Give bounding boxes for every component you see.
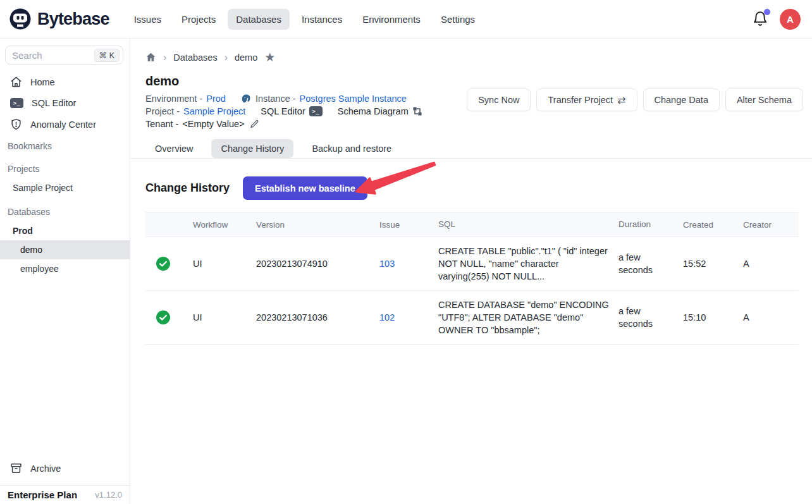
tab-bar: Overview Change History Backup and resto… <box>145 139 797 158</box>
sidebar-item-label: Home <box>30 77 55 87</box>
chevron-right-icon: › <box>225 52 228 63</box>
cell-creator: A <box>743 237 799 291</box>
schema-diagram-link[interactable]: Schema Diagram <box>338 106 409 116</box>
nav-item-issues[interactable]: Issues <box>126 9 169 30</box>
project-label: Project - <box>145 106 180 116</box>
breadcrumb-demo[interactable]: demo <box>235 52 257 63</box>
cell-creator: A <box>743 291 799 345</box>
main-content: › Databases › demo ★ demo Environment - … <box>130 39 812 504</box>
primary-nav: Issues Projects Databases Instances Envi… <box>126 9 483 30</box>
header-sql: SQL <box>438 212 618 237</box>
nav-item-settings[interactable]: Settings <box>433 9 483 30</box>
header-creator: Creator <box>743 212 799 237</box>
tenant-label: Tenant - <box>145 119 178 129</box>
bytebase-logo-icon <box>9 8 32 30</box>
change-data-button[interactable]: Change Data <box>643 89 720 111</box>
nav-item-environments[interactable]: Environments <box>354 9 429 30</box>
table-row[interactable]: UI 20230213071036 102 CREATE DATABASE "d… <box>145 291 799 345</box>
cell-status <box>145 291 193 345</box>
environment-link[interactable]: Prod <box>206 94 226 104</box>
breadcrumb: › Databases › demo ★ <box>130 39 812 63</box>
cell-sql: CREATE DATABASE "demo" ENCODING "UTF8"; … <box>438 291 618 345</box>
button-label: Sync Now <box>478 95 519 105</box>
nav-item-instances[interactable]: Instances <box>293 9 350 30</box>
sidebar-item-sql-editor[interactable]: >_ SQL Editor <box>0 93 130 113</box>
button-label: Change Data <box>655 95 708 105</box>
breadcrumb-databases[interactable]: Databases <box>173 52 217 63</box>
nav-item-projects[interactable]: Projects <box>173 9 224 30</box>
header-workflow: Workflow <box>193 212 256 237</box>
cell-duration: a few seconds <box>618 237 683 291</box>
tab-change-history[interactable]: Change History <box>211 139 293 158</box>
sidebar-item-label: Anomaly Center <box>30 120 96 130</box>
issue-link[interactable]: 103 <box>379 259 395 269</box>
home-icon <box>10 76 22 88</box>
sidebar-item-label: SQL Editor <box>32 98 76 108</box>
sql-editor-link[interactable]: SQL Editor <box>261 106 305 116</box>
table-header-row: Workflow Version Issue SQL Duration Crea… <box>145 212 799 237</box>
header-duration: Duration <box>618 212 683 237</box>
environment-label: Environment - <box>145 94 202 104</box>
tab-divider <box>130 158 812 159</box>
header-version: Version <box>256 212 379 237</box>
schema-diagram-icon[interactable] <box>412 106 422 116</box>
issue-link[interactable]: 102 <box>379 312 395 323</box>
search-placeholder: Search <box>12 50 94 61</box>
sidebar-item-sample-project[interactable]: Sample Project <box>0 178 130 197</box>
search-shortcut-badge: ⌘ K <box>94 49 120 62</box>
tab-overview[interactable]: Overview <box>145 139 202 158</box>
bytebase-logo[interactable]: Bytebase <box>9 8 109 30</box>
cell-issue: 103 <box>379 237 438 291</box>
search-input[interactable]: Search ⌘ K <box>5 46 123 65</box>
success-check-icon <box>156 310 187 324</box>
notification-bell-icon[interactable] <box>752 11 768 27</box>
transfer-arrows-icon: ⇄ <box>617 94 625 106</box>
cell-workflow: UI <box>193 237 256 291</box>
sidebar-group-prod[interactable]: Prod <box>0 221 130 240</box>
sidebar-item-archive[interactable]: Archive <box>0 457 130 479</box>
nav-item-databases[interactable]: Databases <box>228 9 290 30</box>
change-history-table: Workflow Version Issue SQL Duration Crea… <box>145 212 799 345</box>
instance-link[interactable]: Postgres Sample Instance <box>300 94 407 104</box>
edit-pencil-icon[interactable] <box>250 120 259 129</box>
sync-now-button[interactable]: Sync Now <box>467 89 531 111</box>
postgres-icon <box>241 94 252 104</box>
chevron-right-icon: › <box>163 52 166 63</box>
cell-version: 20230213074910 <box>256 237 379 291</box>
section-title: Change History <box>145 181 230 195</box>
plan-name: Enterprise Plan <box>8 489 77 500</box>
sidebar-item-anomaly-center[interactable]: Anomaly Center <box>0 113 130 135</box>
sidebar-section-databases: Databases <box>0 201 130 221</box>
archive-icon <box>10 462 22 474</box>
project-link[interactable]: Sample Project <box>183 106 245 116</box>
header-issue: Issue <box>379 212 438 237</box>
success-check-icon <box>156 257 187 271</box>
tab-backup-and-restore[interactable]: Backup and restore <box>302 139 401 158</box>
cell-status <box>145 237 193 291</box>
sidebar-item-db-employee[interactable]: employee <box>0 259 130 278</box>
table-row[interactable]: UI 20230213074910 103 CREATE TABLE "publ… <box>145 237 799 291</box>
cell-workflow: UI <box>193 291 256 345</box>
cell-created: 15:10 <box>683 291 743 345</box>
action-buttons: Sync Now Transfer Project ⇄ Change Data … <box>467 89 803 111</box>
establish-new-baseline-button[interactable]: Establish new baseline <box>243 176 367 200</box>
terminal-icon: >_ <box>10 98 23 108</box>
terminal-icon[interactable]: >_ <box>309 106 323 116</box>
sidebar-section-projects: Projects <box>0 158 130 178</box>
alter-schema-button[interactable]: Alter Schema <box>725 89 803 111</box>
button-label: Transfer Project <box>548 95 613 105</box>
cell-duration: a few seconds <box>618 291 683 345</box>
breadcrumb-home-icon[interactable] <box>145 52 156 63</box>
sidebar-item-home[interactable]: Home <box>0 71 130 93</box>
brand-name: Bytebase <box>37 9 109 29</box>
sidebar-item-db-demo[interactable]: demo <box>0 240 130 259</box>
user-avatar[interactable]: A <box>780 9 801 30</box>
shield-alert-icon <box>10 118 22 130</box>
button-label: Alter Schema <box>737 95 792 105</box>
notification-dot <box>764 9 770 15</box>
plan-bar: Enterprise Plan v1.12.0 <box>0 485 130 504</box>
page-title: demo <box>145 74 797 89</box>
header-created: Created <box>683 212 743 237</box>
favorite-star-icon[interactable]: ★ <box>264 51 275 63</box>
transfer-project-button[interactable]: Transfer Project ⇄ <box>536 89 637 111</box>
